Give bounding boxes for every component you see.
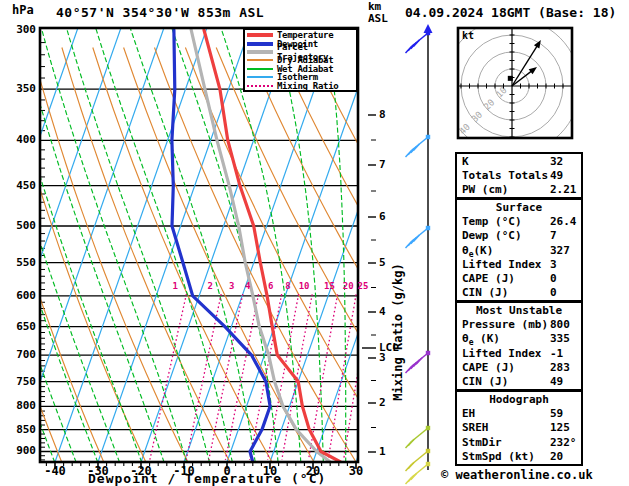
- surface-table: SurfaceTemp (°C)26.4Dewp (°C)7θe(K)327Li…: [455, 198, 583, 302]
- surface-table-title: Surface: [457, 201, 581, 215]
- wind-barb: [406, 462, 431, 484]
- wind-barb-feather: [408, 462, 414, 469]
- legend-label: Mixing Ratio: [277, 81, 338, 91]
- chart-legend: TemperatureDewpointParcel TrajectoryDry …: [243, 28, 358, 92]
- pressure-tick-label: 700: [8, 349, 36, 360]
- legend-swatch: [247, 33, 273, 37]
- legend-swatch: [247, 42, 273, 46]
- hodograph-table-title: Hodograph: [457, 393, 581, 407]
- stat-row: CIN (J)49: [457, 375, 581, 389]
- stat-row: θe (K)335: [457, 332, 581, 346]
- legend-swatch: [247, 68, 273, 70]
- stat-value: 7: [550, 229, 557, 243]
- dry-adiabat-line: [216, 48, 441, 465]
- km-tick-label: 2: [379, 397, 386, 408]
- stat-value: 0: [550, 286, 557, 300]
- pressure-tick-label: 400: [8, 134, 36, 145]
- stat-value: 0: [550, 272, 557, 286]
- mixing-ratio-value: 3: [229, 282, 234, 291]
- mixing-ratio-value: 15: [324, 282, 335, 291]
- mixing-ratio-value: 10: [299, 282, 310, 291]
- stat-label: Totals Totals: [462, 169, 548, 182]
- wind-barb: [406, 135, 431, 157]
- wind-barb: [406, 426, 431, 448]
- mixing-ratio-value: 25: [357, 282, 368, 291]
- pressure-tick-label: 750: [8, 376, 36, 387]
- pressure-tick-label: 800: [8, 400, 36, 411]
- dry-adiabat-line: [124, 48, 316, 465]
- wind-barb-feather: [408, 439, 414, 446]
- dry-adiabat-line: [31, 48, 189, 465]
- stat-row: K32: [457, 155, 581, 169]
- mixing-ratio-value: 4: [245, 282, 250, 291]
- stat-row: SREH125: [457, 421, 581, 435]
- mixing-ratio-value: 6: [268, 282, 273, 291]
- stat-row: EH59: [457, 407, 581, 421]
- stat-row: Lifted Index-1: [457, 347, 581, 361]
- mixing-ratio-line: [328, 270, 360, 460]
- stat-row: Temp (°C)26.4: [457, 215, 581, 229]
- stat-label: Temp (°C): [462, 215, 522, 228]
- km-tick-label: 4: [379, 306, 386, 317]
- wind-barb: [406, 449, 431, 471]
- mixing-ratio-value: 20: [343, 282, 354, 291]
- isotherm-line: [313, 28, 465, 462]
- stat-label: θe (K): [462, 332, 500, 345]
- km-tick-label: 8: [379, 109, 386, 120]
- legend-swatch: [247, 85, 273, 87]
- hodograph-unit-label: kt: [462, 31, 474, 41]
- copyright: © weatheronline.co.uk: [441, 469, 593, 481]
- pressure-tick-label: 350: [8, 83, 36, 94]
- hodograph-table: HodographEH59SREH125StmDir232°StmSpd (kt…: [455, 390, 583, 466]
- stat-label: θe(K): [462, 244, 493, 257]
- temperature-curve: [204, 30, 341, 462]
- temp-tick-label: 30: [339, 465, 373, 477]
- stat-value: 49: [550, 169, 563, 183]
- stat-value: 283: [550, 361, 570, 375]
- stat-row: PW (cm)2.21: [457, 183, 581, 197]
- mixing-ratio-value: 2: [207, 282, 212, 291]
- most-unstable-table: Most UnstablePressure (mb)800θe (K)335Li…: [455, 301, 583, 391]
- hodograph-origin-marker: [508, 76, 513, 81]
- stat-value: 49: [550, 375, 563, 389]
- mixing-ratio-line: [344, 270, 376, 460]
- stat-row: CAPE (J)0: [457, 272, 581, 286]
- legend-item: Mixing Ratio: [247, 81, 356, 89]
- legend-swatch: [247, 59, 273, 61]
- stat-value: 335: [550, 332, 570, 346]
- mixing-ratio-axis-title: Mixing Ratio (g/kg): [392, 247, 404, 417]
- mixing-ratio-value: 1: [173, 282, 178, 291]
- pressure-tick-label: 650: [8, 321, 36, 332]
- stat-value: 125: [550, 421, 570, 435]
- stat-row: θe(K)327: [457, 244, 581, 258]
- stat-value: 32: [550, 155, 563, 169]
- stat-label: K: [462, 155, 469, 168]
- pressure-tick-label: 900: [8, 445, 36, 456]
- stat-label: Lifted Index: [462, 347, 541, 360]
- mixing-ratio-value: 8: [285, 282, 290, 291]
- dry-adiabat-line: [185, 48, 399, 465]
- isotherm-line: [227, 28, 379, 462]
- stat-row: Totals Totals49: [457, 169, 581, 183]
- pressure-tick-label: 600: [8, 290, 36, 301]
- stat-label: StmSpd (kt): [462, 450, 535, 463]
- stat-label: CAPE (J): [462, 272, 515, 285]
- wind-barb: [406, 351, 431, 373]
- stat-row: CAPE (J)283: [457, 361, 581, 375]
- stat-value: 59: [550, 407, 563, 421]
- stat-label: Lifted Index: [462, 258, 541, 271]
- stat-label: CIN (J): [462, 375, 508, 388]
- stat-label: PW (cm): [462, 183, 508, 196]
- wind-barb: [406, 31, 431, 53]
- pressure-tick-label: 300: [8, 24, 36, 35]
- stat-row: Dewp (°C)7: [457, 229, 581, 243]
- isotherm-line: [55, 28, 207, 462]
- legend-swatch: [247, 76, 273, 78]
- wet-adiabat-line: [93, 20, 232, 463]
- stat-label: Dewp (°C): [462, 229, 522, 242]
- wind-barb: [406, 226, 431, 248]
- temp-axis-title: Dewpoint / Temperature (°C): [88, 472, 326, 485]
- stat-label: EH: [462, 407, 475, 420]
- pressure-tick-label: 500: [8, 220, 36, 231]
- mixing-ratio-line: [150, 270, 192, 460]
